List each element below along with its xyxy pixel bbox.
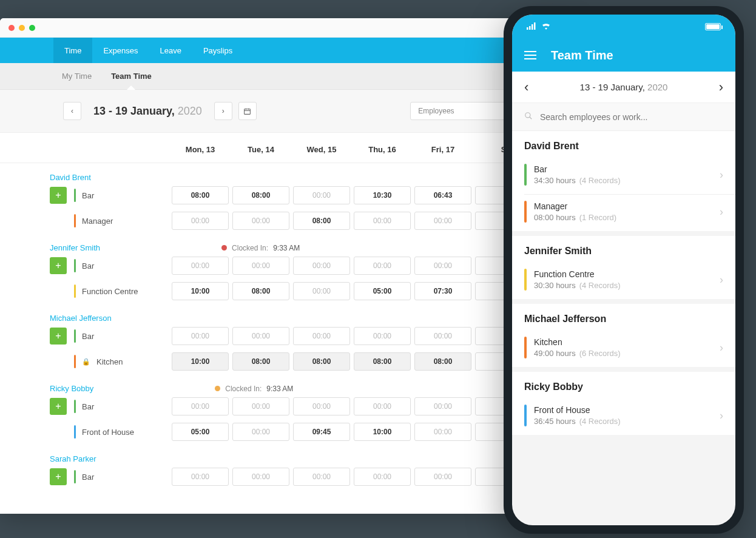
prev-week-button[interactable]: ‹ [63, 102, 81, 120]
time-cell[interactable]: 10:00 [354, 423, 411, 441]
role-cell[interactable]: Function Centre [74, 284, 170, 298]
time-cell[interactable]: 10:00 [172, 352, 229, 371]
mobile-role-row[interactable]: Bar 34:30 hours(4 Records) › [512, 158, 735, 194]
role-cell[interactable]: Bar [74, 470, 170, 483]
time-cell[interactable]: 00:00 [354, 212, 411, 230]
add-row-button[interactable]: + [50, 187, 67, 204]
time-cell[interactable]: 07:30 [414, 282, 471, 300]
role-cell[interactable]: Bar [74, 329, 170, 343]
nav-leave[interactable]: Leave [149, 38, 192, 63]
time-cell[interactable]: 08:00 [414, 352, 471, 371]
mobile-role-row[interactable]: Function Centre 30:30 hours(4 Records) › [512, 263, 735, 299]
role-color-bar [74, 284, 76, 298]
time-cell[interactable]: 00:00 [414, 423, 471, 441]
mobile-employee-name: Ricky Bobby [512, 372, 735, 398]
employee-name[interactable]: Jennifer Smith [0, 241, 100, 255]
time-cell[interactable]: 10:00 [172, 282, 229, 300]
chevron-right-icon: › [720, 274, 723, 286]
time-cell[interactable]: 00:00 [354, 468, 411, 486]
next-week-mobile[interactable]: › [719, 79, 723, 95]
employee-name[interactable]: David Brent [0, 170, 91, 184]
mobile-role-hours: 30:30 hours(4 Records) [534, 281, 712, 290]
time-cell[interactable]: 00:00 [172, 468, 229, 486]
role-cell[interactable]: Front of House [74, 425, 170, 439]
time-cell[interactable]: 00:00 [293, 468, 350, 486]
employee-name[interactable]: Sarah Parker [0, 452, 96, 466]
time-cell[interactable]: 00:00 [232, 397, 289, 415]
nav-expenses[interactable]: Expenses [92, 38, 149, 63]
maximize-window-icon[interactable] [29, 25, 35, 31]
nav-payslips[interactable]: Payslips [192, 38, 243, 63]
add-row-button[interactable]: + [50, 257, 67, 274]
role-name: Bar [82, 472, 94, 482]
time-cell[interactable]: 00:00 [293, 327, 350, 345]
employee-name[interactable]: Michael Jefferson [0, 311, 112, 325]
time-cell[interactable]: 08:00 [172, 186, 229, 204]
mobile-role-hours: 08:00 hours(1 Record) [534, 213, 712, 222]
role-name: Manager [82, 217, 113, 226]
employee-name[interactable]: Ricky Bobby [0, 382, 93, 395]
role-cell[interactable]: Bar [74, 400, 170, 413]
time-cell[interactable]: 00:00 [414, 257, 471, 275]
time-cell[interactable]: 00:00 [414, 397, 471, 415]
time-cell[interactable]: 00:00 [293, 282, 350, 300]
add-row-button[interactable]: + [50, 398, 67, 415]
time-cell[interactable]: 00:00 [354, 257, 411, 275]
next-week-button[interactable]: › [214, 102, 232, 120]
nav-time[interactable]: Time [53, 38, 92, 63]
time-cell[interactable]: 00:00 [232, 212, 289, 230]
close-window-icon[interactable] [8, 25, 15, 31]
time-cell[interactable]: 09:45 [293, 423, 350, 441]
time-cell[interactable]: 00:00 [414, 327, 471, 345]
time-cell[interactable]: 05:00 [172, 423, 229, 441]
time-cell[interactable]: 00:00 [172, 327, 229, 345]
time-cell[interactable]: 08:00 [232, 352, 289, 371]
time-cell[interactable]: 00:00 [172, 257, 229, 275]
add-row-button[interactable]: + [50, 468, 67, 485]
role-color-bar [524, 269, 527, 291]
time-cell[interactable]: 00:00 [354, 397, 411, 415]
menu-icon[interactable] [524, 51, 536, 59]
mobile-role-row[interactable]: Front of House 36:45 hours(4 Records) › [512, 398, 735, 435]
time-cell[interactable]: 00:00 [232, 423, 289, 441]
add-row-button[interactable]: + [50, 328, 67, 345]
time-cell[interactable]: 08:00 [293, 352, 350, 371]
search-input[interactable] [540, 112, 723, 122]
time-cell[interactable]: 00:00 [293, 257, 350, 275]
subnav-teamtime[interactable]: Team Time [111, 63, 152, 89]
time-cell[interactable]: 08:00 [232, 282, 289, 300]
browser-window: Time Expenses Leave Payslips My Time Tea… [0, 18, 576, 514]
mobile-role-row[interactable]: Manager 08:00 hours(1 Record) › [512, 195, 735, 231]
time-cell[interactable]: 06:43 [414, 186, 471, 204]
time-cell[interactable]: 00:00 [414, 212, 471, 230]
time-cell[interactable]: 00:00 [172, 397, 229, 415]
role-color-bar [74, 400, 76, 413]
role-cell[interactable]: Bar [74, 189, 170, 202]
time-cell[interactable]: 08:00 [354, 352, 411, 371]
minimize-window-icon[interactable] [19, 25, 25, 31]
timesheet-row: Manager00:0000:0008:0000:0000:00 [0, 208, 576, 234]
time-cell[interactable]: 00:00 [293, 186, 350, 204]
time-cell[interactable]: 00:00 [232, 327, 289, 345]
calendar-button[interactable] [238, 102, 257, 120]
mobile-employee-name: Jennifer Smith [512, 236, 735, 263]
role-cell[interactable]: Bar [74, 259, 170, 272]
time-cell[interactable]: 00:00 [414, 468, 471, 486]
time-cell[interactable]: 10:30 [354, 186, 411, 204]
time-cell[interactable]: 00:00 [232, 257, 289, 275]
app-header: Team Time [512, 39, 735, 72]
time-cell[interactable]: 08:00 [232, 186, 289, 204]
role-cell[interactable]: Manager [74, 214, 170, 227]
time-cell[interactable]: 08:00 [293, 212, 350, 230]
time-cell[interactable]: 05:00 [354, 282, 411, 300]
time-cell[interactable]: 00:00 [172, 212, 229, 230]
time-cell[interactable]: 00:00 [293, 397, 350, 415]
time-cell[interactable]: 00:00 [354, 327, 411, 345]
mobile-role-row[interactable]: Kitchen 49:00 hours(6 Records) › [512, 331, 735, 367]
prev-week-mobile[interactable]: ‹ [524, 79, 528, 95]
subnav-mytime[interactable]: My Time [62, 63, 92, 89]
role-cell[interactable]: 🔒Kitchen [74, 355, 170, 368]
role-color-bar [74, 214, 76, 227]
role-name: Bar [82, 402, 94, 411]
time-cell[interactable]: 00:00 [232, 468, 289, 486]
